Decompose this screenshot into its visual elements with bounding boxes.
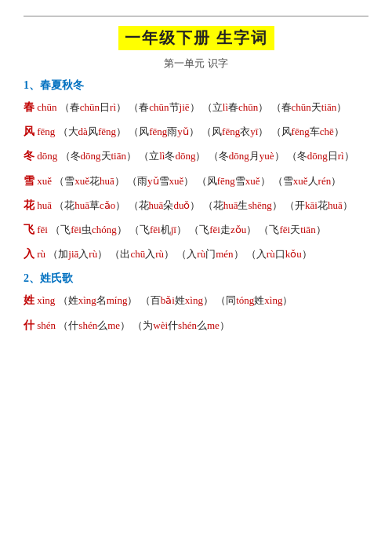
char-block-花: 花 huā （花huā草cǎo） （花huā朵duǒ） （花huā生shēng）… [24,195,368,215]
char-pinyin: xuě [37,175,52,187]
char-label: 风 [24,126,34,137]
char-label: 姓 [24,294,34,306]
word-group: （为wèi什shén么me） [132,319,230,331]
word-group: （姓xìng名míng） [58,294,138,306]
word-group: （花huā生shēng） [203,199,282,211]
word-group: （冬dōng天tiān） [60,150,137,162]
word-group: （入rù门mén） [176,248,243,260]
word-group: （风fēng雨yǔ） [129,126,199,137]
top-divider [24,16,368,16]
word-group: （大dà风fēng） [58,126,126,137]
word-group: （春chūn天tiān） [271,101,347,113]
char-pinyin: shén [37,319,56,331]
word-group: （开kāi花huā） [285,199,353,211]
char-pinyin: rù [37,248,45,260]
char-block-什: 什 shén （什shén么me） （为wèi什shén么me） [24,315,368,335]
word-group: （雪xuě人rén） [273,175,341,187]
word-group: （飞fēi天tiān） [259,224,325,235]
word-group: （春chūn节jiē） [129,101,199,113]
sections-container: 1、春夏秋冬春 chūn （春chūn日rì） （春chūn节jiē） （立lì… [24,78,368,335]
subtitle: 第一单元 识字 [24,57,368,71]
char-pinyin: xìng [37,294,55,306]
char-label: 飞 [24,224,34,235]
word-group: （同tóng姓xìng） [216,294,292,306]
word-group: （花huā朵duǒ） [129,199,201,211]
char-label: 花 [24,199,34,211]
char-pinyin: fēi [37,224,48,235]
char-pinyin: huā [37,199,52,211]
char-label: 冬 [24,150,34,162]
word-group: （入rù口kǒu） [246,248,312,260]
word-group: （春chūn日rì） [60,101,126,113]
word-group: （什shén么me） [58,319,130,331]
word-group: （出chū入rù） [110,248,174,260]
char-block-春: 春 chūn （春chūn日rì） （春chūn节jiē） （立lì春chūn）… [24,97,368,117]
char-pinyin: dōng [37,150,57,162]
section-title-section-2: 2、姓氏歌 [24,272,368,286]
main-title: 一年级下册 生字词 [118,26,274,50]
title-wrapper: 一年级下册 生字词 [24,26,368,50]
word-group: （百bǎi姓xìng） [140,294,213,306]
word-group: （飞fēi走zǒu） [189,224,256,235]
char-block-飞: 飞 fēi （飞fēi虫chóng） （飞fēi机jī） （飞fēi走zǒu） … [24,220,368,239]
word-group: （立lì冬dōng） [139,150,205,162]
word-group: （飞fēi虫chóng） [50,224,127,235]
word-group: （飞fēi机jī） [129,224,187,235]
char-label: 入 [24,248,34,260]
char-block-风: 风 fēng （大dà风fēng） （风fēng雨yǔ） （风fēng衣yī） … [24,122,368,141]
word-group: （花huā草cǎo） [54,199,125,211]
word-group: （雪xuě花huā） [54,175,125,187]
char-block-冬: 冬 dōng （冬dōng天tiān） （立lì冬dōng） （冬dōng月yu… [24,146,368,166]
word-group: （立lì春chūn） [202,101,269,113]
char-block-姓: 姓 xìng （姓xìng名míng） （百bǎi姓xìng） （同tóng姓x… [24,290,368,310]
section-title-section-1: 1、春夏秋冬 [24,78,368,93]
word-group: （风fēng衣yī） [201,126,268,137]
char-label: 雪 [24,175,34,187]
word-group: （冬dōng日rì） [287,150,354,162]
char-label: 什 [24,319,34,331]
word-group: （风fēng车chē） [271,126,344,137]
char-pinyin: chūn [37,101,56,113]
char-block-入: 入 rù （加jiā入rù） （出chū入rù） （入rù门mén） （入rù口… [24,244,368,264]
char-label: 春 [24,101,34,113]
char-pinyin: fēng [37,126,55,137]
word-group: （冬dōng月yuè） [209,150,285,162]
char-block-雪: 雪 xuě （雪xuě花huā） （雨yǔ雪xuě） （风fēng雪xuě） （… [24,171,368,191]
word-group: （加jiā入rù） [48,248,107,260]
word-group: （风fēng雪xuě） [197,175,270,187]
word-group: （雨yǔ雪xuě） [127,175,194,187]
